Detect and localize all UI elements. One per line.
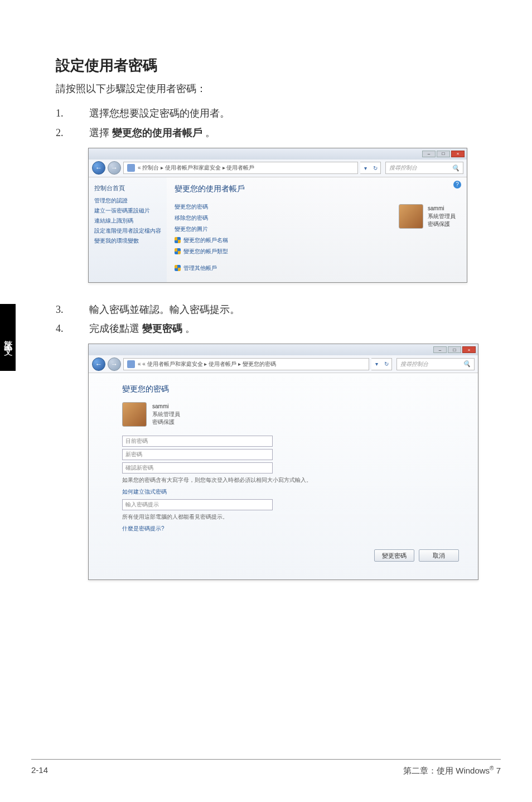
user-name: sammi [152,403,180,410]
sidebar-item[interactable]: 設定進階使用者設定檔內容 [94,227,161,234]
location-icon [127,164,135,172]
step-text: 選擇您想要設定密碼的使用者。 [89,105,482,122]
dropdown-icon[interactable]: ▾ [371,361,381,367]
back-button[interactable]: ← [92,161,105,175]
forward-button[interactable]: → [108,357,121,371]
sidebar: 控制台首頁 管理您的認證 建立一張密碼重設磁片 連結線上識別碼 設定進階使用者設… [89,177,167,282]
step-number: 1. [56,105,89,122]
avatar [122,402,147,427]
hint-link[interactable]: 如何建立強式密碼 [122,487,459,496]
bold-label: 變更密碼 [142,323,182,334]
panel-title: 變更您的使用者帳戶 [175,184,459,194]
main-panel: 變更您的使用者帳戶 變更您的密碼 移除您的密碼 變更您的圖片 變更您的帳戶名稱 … [167,177,467,282]
user-protection: 密碼保護 [152,418,180,426]
section-heading: 設定使用者密碼 [56,56,482,75]
sidebar-item[interactable]: 管理您的認證 [94,197,161,204]
refresh-group: ▾ ↻ [360,162,381,174]
hint-text: 如果您的密碼含有大寫字母，則您每次登入時都必須以相同大小寫方式輸入。 [122,476,459,484]
action-link[interactable]: 管理其他帳戶 [175,264,459,272]
search-input[interactable]: 搜尋控制台 🔍 [396,358,475,370]
shield-icon [175,237,181,243]
change-password-button[interactable]: 變更密碼 [374,549,414,562]
page-number: 2-14 [31,765,48,776]
section-intro: 請按照以下步驟設定使用者密碼： [56,82,482,95]
bold-label: 變更您的使用者帳戶 [112,127,202,138]
step-text-part: 選擇 [89,127,112,138]
refresh-icon[interactable]: ↻ [370,165,380,171]
shield-icon [175,265,181,271]
titlebar: – □ × [89,148,467,160]
screenshot-window-1: – □ × ← → « 控制台 ▸ 使用者帳戶和家庭安全 ▸ 使用者帳戶 ▾ ↻… [88,148,467,283]
link-label: 管理其他帳戶 [183,264,217,272]
search-input[interactable]: 搜尋控制台 🔍 [385,162,463,174]
link-label: 變更您的密碼 [175,203,208,211]
link-label: 變更您的圖片 [175,225,208,233]
user-name: sammi [428,205,456,212]
sidebar-item[interactable]: 變更我的環境變數 [94,237,161,244]
input-placeholder: 輸入密碼提示 [125,501,159,509]
input-placeholder: 目前密碼 [125,437,148,445]
link-label: 移除您的密碼 [175,214,208,222]
shield-icon [175,248,181,254]
confirm-password-input[interactable]: 確認新密碼 [122,462,273,474]
breadcrumb[interactable]: « « 使用者帳戶和家庭安全 ▸ 使用者帳戶 ▸ 變更您的密碼 [123,358,369,370]
link-label: 變更您的帳戶名稱 [183,236,228,244]
step-number: 3. [56,302,89,318]
breadcrumb-text: « « 使用者帳戶和家庭安全 ▸ 使用者帳戶 ▸ 變更您的密碼 [138,360,276,368]
user-card: sammi 系統管理員 密碼保護 [122,402,459,427]
search-placeholder: 搜尋控制台 [389,164,417,172]
action-link[interactable]: 變更您的帳戶類型 [175,248,459,255]
maximize-button[interactable]: □ [437,151,450,157]
new-password-input[interactable]: 新密碼 [122,449,273,460]
step-text: 完成後點選 變更密碼 。 [89,321,482,337]
hint-link[interactable]: 什麼是密碼提示? [122,524,459,533]
location-icon [127,360,135,368]
footer-text: 7 [494,766,501,775]
forward-button[interactable]: → [108,161,121,175]
search-icon: 🔍 [452,165,460,172]
step-number: 2. [56,125,89,141]
user-protection: 密碼保護 [428,220,456,228]
step-text-part: 。 [202,127,215,138]
refresh-group: ▾ ↻ [371,358,392,370]
titlebar: – □ × [89,344,478,355]
close-button[interactable]: × [451,151,465,157]
footer-text: 第二章：使用 Windows [403,766,490,775]
sidebar-item[interactable]: 建立一張密碼重設磁片 [94,207,161,214]
step-text-part: 完成後點選 [89,323,142,334]
chapter-label: 第二章：使用 Windows® 7 [403,765,501,776]
screenshot-window-2: – □ × ← → « « 使用者帳戶和家庭安全 ▸ 使用者帳戶 ▸ 變更您的密… [88,344,478,580]
help-icon[interactable]: ? [453,181,461,189]
sidebar-title[interactable]: 控制台首頁 [94,184,161,192]
step-number: 4. [56,321,89,337]
address-bar: ← → « « 使用者帳戶和家庭安全 ▸ 使用者帳戶 ▸ 變更您的密碼 ▾ ↻ … [89,355,478,373]
address-bar: ← → « 控制台 ▸ 使用者帳戶和家庭安全 ▸ 使用者帳戶 ▾ ↻ 搜尋控制台… [89,160,467,177]
user-role: 系統管理員 [428,212,456,220]
link-label: 變更您的帳戶類型 [183,248,228,255]
current-password-input[interactable]: 目前密碼 [122,436,273,447]
avatar [399,204,423,229]
maximize-button[interactable]: □ [448,346,461,353]
back-button[interactable]: ← [92,357,105,371]
step-text-part: 。 [182,323,195,334]
refresh-icon[interactable]: ↻ [381,361,391,367]
panel-title: 變更您的密碼 [122,384,459,394]
dropdown-icon[interactable]: ▾ [360,165,370,171]
password-hint-input[interactable]: 輸入密碼提示 [122,499,273,510]
breadcrumb[interactable]: « 控制台 ▸ 使用者帳戶和家庭安全 ▸ 使用者帳戶 [123,162,358,174]
close-button[interactable]: × [462,346,476,353]
hint-text: 所有使用這部電腦的人都能看見密碼提示。 [122,513,459,521]
minimize-button[interactable]: – [422,151,436,157]
search-icon: 🔍 [463,360,471,368]
minimize-button[interactable]: – [433,346,447,353]
action-link[interactable]: 變更您的帳戶名稱 [175,236,459,244]
step-text: 輸入密碼並確認。輸入密碼提示。 [89,302,482,318]
search-placeholder: 搜尋控制台 [400,360,428,368]
sidebar-item[interactable]: 連結線上識別碼 [94,217,161,224]
user-card: sammi 系統管理員 密碼保護 [399,204,456,229]
page-footer: 2-14 第二章：使用 Windows® 7 [31,765,501,776]
side-language-tab: 繁体中文 [0,304,16,371]
cancel-button[interactable]: 取消 [419,549,459,562]
breadcrumb-text: « 控制台 ▸ 使用者帳戶和家庭安全 ▸ 使用者帳戶 [138,164,254,172]
user-role: 系統管理員 [152,410,180,418]
